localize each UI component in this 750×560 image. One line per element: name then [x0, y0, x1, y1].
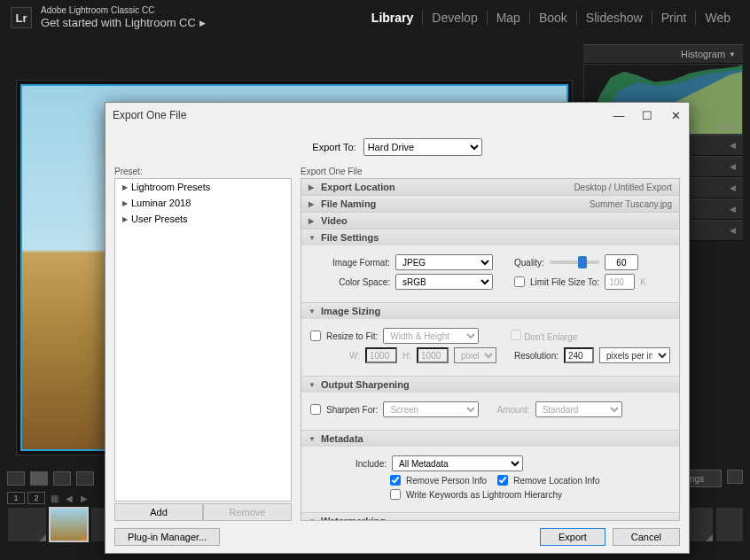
section-watermarking[interactable]: Watermarking: [301, 513, 679, 521]
next-icon[interactable]: ▶: [78, 492, 90, 504]
preset-item[interactable]: Lightroom Presets: [115, 179, 291, 195]
prev-icon[interactable]: ◀: [63, 492, 75, 504]
window-close-icon[interactable]: ✕: [669, 109, 682, 122]
section-metadata: Metadata Include: All Metadata Remove Pe…: [301, 431, 679, 513]
section-title: Video: [321, 215, 348, 226]
include-select[interactable]: All Metadata: [392, 455, 523, 471]
dont-enlarge-checkbox: [511, 330, 521, 340]
section-header[interactable]: Output Sharpening: [301, 377, 679, 393]
nav-web[interactable]: Web: [696, 11, 739, 25]
triangle-right-icon: [122, 183, 128, 191]
resize-mode-select[interactable]: Width & Height: [383, 328, 479, 344]
section-title: Metadata: [321, 433, 363, 444]
color-space-label: Color Space:: [310, 277, 390, 287]
screen-1-button[interactable]: 1: [7, 492, 25, 504]
view-mode-grid-icon[interactable]: [7, 471, 25, 486]
nav-book[interactable]: Book: [530, 11, 577, 25]
grid-small-icon[interactable]: ▦: [48, 492, 60, 504]
amount-select[interactable]: Standard: [535, 401, 622, 417]
window-minimize-icon[interactable]: —: [613, 109, 625, 122]
settings-label: Export One File: [301, 167, 680, 176]
app-title-main[interactable]: Get started with Lightroom CC: [41, 16, 196, 30]
screen-2-button[interactable]: 2: [27, 492, 45, 504]
view-mode-compare-icon[interactable]: [53, 471, 71, 486]
triangle-right-icon: [309, 200, 317, 208]
preset-item[interactable]: User Presets: [115, 211, 291, 227]
sync-button[interactable]: [727, 470, 743, 484]
title-chevron-icon[interactable]: ▶: [199, 19, 206, 28]
export-to-label: Export To:: [312, 142, 355, 152]
nav-library[interactable]: Library: [363, 11, 423, 25]
sharpen-for-select[interactable]: Screen: [383, 401, 479, 417]
resolution-unit-select[interactable]: pixels per inch: [599, 347, 670, 363]
section-summary: Desktop / Untitled Export: [574, 183, 672, 192]
cancel-button[interactable]: Cancel: [613, 528, 680, 546]
nav-develop[interactable]: Develop: [423, 11, 487, 25]
dont-enlarge-label: Don't Enlarge: [524, 332, 577, 342]
sharpen-checkbox[interactable]: [310, 404, 321, 415]
amount-label: Amount:: [496, 405, 529, 415]
window-maximize-icon[interactable]: ☐: [641, 109, 653, 122]
section-header[interactable]: File Settings: [301, 229, 679, 245]
module-nav: Library Develop Map Book Slideshow Print…: [363, 11, 739, 25]
plugin-manager-button[interactable]: Plug-in Manager...: [114, 528, 220, 546]
triangle-right-icon: [309, 217, 317, 225]
quality-label: Quality:: [514, 258, 544, 268]
image-format-select[interactable]: JPEG: [395, 254, 493, 270]
app-title-small: Adobe Lightroom Classic CC: [41, 5, 206, 16]
size-unit-select[interactable]: pixels: [454, 347, 496, 363]
section-video[interactable]: Video: [301, 213, 679, 229]
workspace: Histogram ▼ 1/400 elop◀ ding◀ List◀ data…: [0, 35, 750, 560]
preset-label: Preset:: [114, 167, 292, 176]
height-label: H:: [402, 351, 411, 361]
section-export-location[interactable]: Export LocationDesktop / Untitled Export: [301, 179, 679, 196]
section-title: File Settings: [321, 232, 379, 243]
thumbnail[interactable]: [7, 507, 47, 542]
section-title: Watermarking: [321, 516, 386, 521]
include-label: Include:: [310, 459, 387, 469]
section-header[interactable]: Image Sizing: [301, 303, 679, 319]
histogram-header[interactable]: Histogram ▼: [583, 44, 743, 64]
nav-slideshow[interactable]: Slideshow: [577, 11, 652, 25]
write-keywords-checkbox[interactable]: [390, 489, 401, 500]
width-input[interactable]: [365, 347, 397, 363]
thumbnail[interactable]: [715, 507, 743, 542]
app-titlebar: Lr Adobe Lightroom Classic CC Get starte…: [0, 0, 750, 35]
resolution-label: Resolution:: [514, 351, 559, 361]
export-to-select[interactable]: Hard Drive: [363, 138, 482, 156]
settings-scroll[interactable]: Export LocationDesktop / Untitled Export…: [301, 178, 680, 521]
remove-person-checkbox[interactable]: [390, 475, 401, 486]
quality-slider[interactable]: [550, 261, 599, 264]
section-file-naming[interactable]: File NamingSummer Tuscany.jpg: [301, 196, 679, 213]
nav-print[interactable]: Print: [652, 11, 697, 25]
histogram-label: Histogram: [681, 49, 725, 59]
nav-map[interactable]: Map: [488, 11, 530, 25]
view-mode-loupe-icon[interactable]: [30, 471, 48, 486]
limit-filesize-checkbox[interactable]: [514, 276, 525, 287]
resize-checkbox[interactable]: [310, 331, 321, 341]
histogram-chevron-icon: ▼: [729, 51, 736, 58]
thumbnail[interactable]: [49, 507, 89, 542]
app-logo: Lr: [11, 7, 32, 28]
dialog-titlebar: Export One File — ☐ ✕: [105, 103, 689, 128]
remove-location-checkbox[interactable]: [497, 475, 508, 486]
preset-list[interactable]: Lightroom Presets Luminar 2018 User Pres…: [114, 178, 292, 502]
resolution-input[interactable]: [564, 347, 594, 363]
view-mode-survey-icon[interactable]: [76, 471, 94, 486]
section-output-sharpening: Output Sharpening Sharpen For: Screen Am…: [301, 377, 679, 431]
preset-add-button[interactable]: Add: [114, 503, 203, 521]
export-button[interactable]: Export: [540, 528, 605, 546]
width-label: W:: [349, 351, 360, 361]
height-input[interactable]: [417, 347, 449, 363]
preset-item[interactable]: Luminar 2018: [115, 195, 291, 211]
section-title: Output Sharpening: [321, 379, 410, 390]
color-space-select[interactable]: sRGB: [395, 274, 493, 290]
triangle-right-icon: [122, 215, 128, 223]
limit-filesize-input[interactable]: [605, 274, 635, 290]
preset-remove-button[interactable]: Remove: [203, 503, 292, 521]
dialog-title: Export One File: [113, 109, 186, 121]
section-summary: Summer Tuscany.jpg: [590, 199, 672, 209]
section-header[interactable]: Metadata: [301, 431, 679, 447]
histogram-info: 1/400: [716, 123, 737, 132]
quality-input[interactable]: [605, 254, 638, 270]
